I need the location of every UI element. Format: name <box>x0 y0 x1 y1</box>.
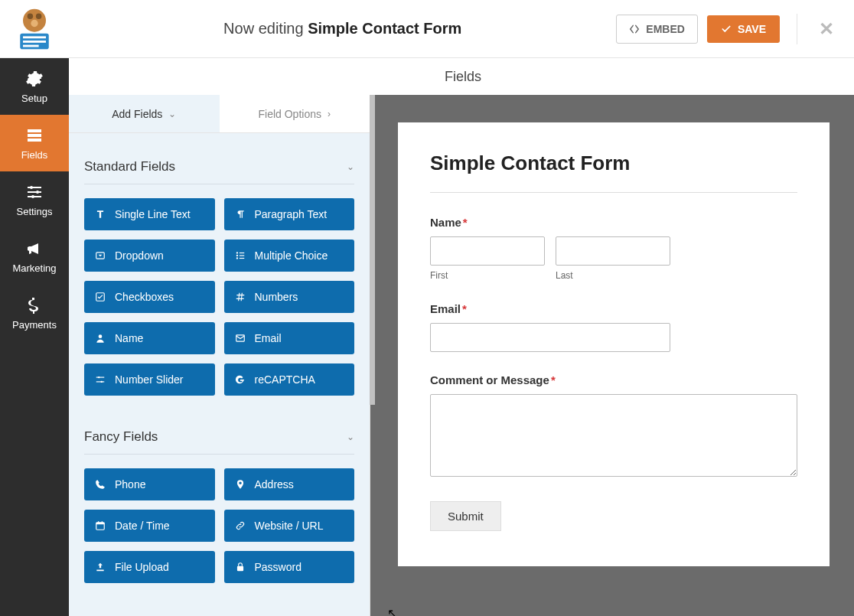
svg-rect-34 <box>102 521 103 523</box>
svg-point-18 <box>236 252 237 253</box>
sliders-icon <box>95 374 106 385</box>
svg-point-16 <box>31 195 34 198</box>
nav-fields[interactable]: Fields <box>0 115 69 171</box>
top-actions: EMBED SAVE ✕ <box>616 14 839 44</box>
save-button[interactable]: SAVE <box>707 15 780 43</box>
subheader: Fields <box>69 58 854 95</box>
svg-rect-13 <box>28 191 41 193</box>
save-label: SAVE <box>738 23 766 35</box>
field-email[interactable]: Email <box>224 322 355 354</box>
google-icon <box>235 374 246 385</box>
section-fancy-fields[interactable]: Fancy Fields ⌄ <box>84 419 354 455</box>
svg-point-12 <box>30 186 33 189</box>
chevron-down-icon: ⌄ <box>347 432 354 442</box>
hash-icon <box>235 292 246 302</box>
last-sublabel: Last <box>556 270 670 281</box>
field-label: Checkboxes <box>115 291 174 303</box>
field-label: Paragraph Text <box>255 208 328 220</box>
email-label: Email* <box>430 302 797 315</box>
submit-label: Submit <box>448 510 484 523</box>
field-label: Numbers <box>255 291 298 303</box>
field-numbers[interactable]: Numbers <box>224 281 355 313</box>
chevron-down-icon: ⌄ <box>168 109 176 119</box>
field-password[interactable]: Password <box>224 551 355 583</box>
field-label: Address <box>255 478 294 491</box>
field-label: Date / Time <box>115 520 170 532</box>
upload-icon <box>95 562 106 572</box>
wpforms-logo-icon <box>11 6 57 52</box>
field-single-line-text[interactable]: Single Line Text <box>84 198 215 230</box>
field-paragraph-text[interactable]: Paragraph Text <box>224 198 355 230</box>
svg-rect-19 <box>239 253 243 253</box>
svg-point-2 <box>36 13 42 19</box>
section-fancy-title: Fancy Fields <box>84 429 158 445</box>
bullhorn-icon <box>25 240 44 258</box>
svg-point-30 <box>101 381 103 383</box>
field-checkboxes[interactable]: Checkboxes <box>84 281 215 313</box>
first-name-input[interactable] <box>430 236 545 266</box>
field-label: reCAPTCHA <box>255 373 315 386</box>
last-name-input[interactable] <box>556 236 670 266</box>
caret-down-icon <box>95 250 106 261</box>
field-recaptcha[interactable]: reCAPTCHA <box>224 363 355 396</box>
field-address[interactable]: Address <box>224 468 355 500</box>
list-icon <box>235 250 246 261</box>
name-label: Name* <box>430 216 797 229</box>
user-icon <box>95 333 106 344</box>
comment-label: Comment or Message* <box>430 373 797 386</box>
nav-fields-label: Fields <box>21 149 48 161</box>
svg-rect-8 <box>28 129 41 132</box>
nav-settings[interactable]: Settings <box>0 171 69 228</box>
field-panel: Add Fields ⌄ Field Options › Standard Fi… <box>69 95 370 616</box>
svg-point-1 <box>28 13 34 19</box>
tab-field-options-label: Field Options <box>259 108 321 120</box>
svg-rect-21 <box>239 255 243 256</box>
field-email-preview[interactable]: Email* <box>430 302 797 352</box>
section-standard-fields[interactable]: Standard Fields ⌄ <box>84 148 354 184</box>
svg-point-25 <box>99 334 103 338</box>
field-website-url[interactable]: Website / URL <box>224 510 355 542</box>
field-date-time[interactable]: Date / Time <box>84 510 215 542</box>
panel-tabs: Add Fields ⌄ Field Options › <box>69 95 370 133</box>
field-label: Phone <box>115 478 145 491</box>
nav-setup[interactable]: Setup <box>0 58 69 115</box>
nav-payments[interactable]: Payments <box>0 285 69 341</box>
field-file-upload[interactable]: File Upload <box>84 551 215 583</box>
svg-rect-29 <box>96 381 105 382</box>
link-icon <box>235 520 246 531</box>
nav-setup-label: Setup <box>21 93 47 104</box>
tab-add-fields[interactable]: Add Fields ⌄ <box>69 95 220 132</box>
svg-rect-23 <box>239 258 243 259</box>
submit-button[interactable]: Submit <box>430 501 501 531</box>
lock-icon <box>235 562 246 572</box>
field-number-slider[interactable]: Number Slider <box>84 363 215 396</box>
phone-icon <box>95 479 106 490</box>
paragraph-icon <box>235 209 246 220</box>
nav-marketing[interactable]: Marketing <box>0 228 69 285</box>
svg-rect-32 <box>96 523 105 524</box>
svg-point-14 <box>36 191 39 194</box>
close-button[interactable]: ✕ <box>814 18 839 40</box>
first-sublabel: First <box>430 270 545 281</box>
email-input[interactable] <box>430 323 670 352</box>
check-square-icon <box>95 292 106 302</box>
form-preview: Simple Contact Form Name* First <box>398 122 830 566</box>
svg-rect-33 <box>98 521 99 523</box>
field-name[interactable]: Name <box>84 322 215 354</box>
field-label: Single Line Text <box>115 208 191 220</box>
field-dropdown[interactable]: Dropdown <box>84 240 215 272</box>
field-comment-preview[interactable]: Comment or Message* <box>430 373 797 480</box>
section-standard-title: Standard Fields <box>84 159 175 174</box>
svg-point-22 <box>236 257 237 259</box>
comment-textarea[interactable] <box>430 394 797 477</box>
embed-label: EMBED <box>646 23 685 35</box>
nav-marketing-label: Marketing <box>12 262 56 274</box>
field-multiple-choice[interactable]: Multiple Choice <box>224 240 355 272</box>
field-panel-scrollbar[interactable] <box>370 95 375 405</box>
field-label: Email <box>255 332 282 344</box>
tab-field-options[interactable]: Field Options › <box>220 95 370 132</box>
field-name-preview[interactable]: Name* First Last <box>430 216 797 281</box>
svg-point-28 <box>98 376 99 378</box>
field-phone[interactable]: Phone <box>84 468 215 500</box>
embed-button[interactable]: EMBED <box>616 15 698 44</box>
